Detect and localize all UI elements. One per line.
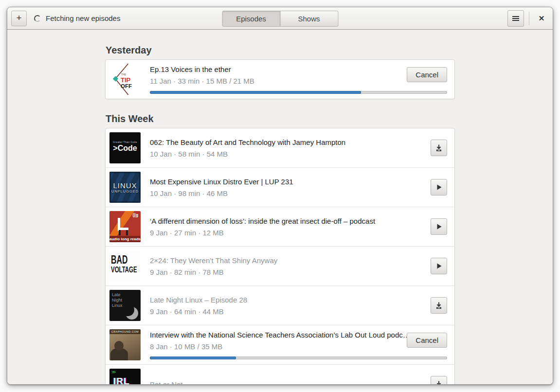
svg-text:TIP: TIP bbox=[121, 76, 131, 84]
guardian-roundel: ((g bbox=[133, 213, 139, 217]
play-icon bbox=[435, 183, 443, 191]
section-title-this-week: This Week bbox=[106, 113, 455, 125]
episode-title: Most Expensive Linux Distro Ever | LUP 2… bbox=[150, 178, 431, 186]
episode-row[interactable]: CRAPHOUND.COM Interview with the Nationa… bbox=[106, 325, 454, 364]
download-button[interactable] bbox=[431, 376, 447, 385]
svg-text:THE: THE bbox=[121, 73, 126, 76]
status-text: Fetching new episodes bbox=[46, 14, 120, 22]
episode-row[interactable]: Greater Than Code >Code ····· 062: The B… bbox=[106, 128, 454, 167]
cover-craphound: CRAPHOUND.COM bbox=[109, 329, 141, 360]
play-icon bbox=[435, 223, 443, 231]
download-button[interactable] bbox=[431, 140, 447, 156]
fetch-status: Fetching new episodes bbox=[34, 14, 120, 22]
download-button[interactable] bbox=[431, 297, 447, 314]
crescent-moon-glyph bbox=[126, 307, 138, 320]
download-icon bbox=[435, 302, 443, 309]
header-bar: + Fetching new episodes Episodes Shows ✕ bbox=[7, 7, 553, 30]
svg-text:OFF: OFF bbox=[121, 83, 132, 89]
download-progressbar bbox=[150, 356, 447, 359]
cover-linux-unplugged: LINUX UNPLUGGED bbox=[109, 172, 141, 203]
header-right: ✕ bbox=[507, 10, 549, 27]
episode-meta: 9 Jan · 64 min · 44 MB bbox=[150, 307, 431, 316]
silhouette-head bbox=[114, 341, 124, 351]
logo-text: Late bbox=[112, 292, 141, 298]
episode-row[interactable]: Late Night Linux Late Night Linux – Epis… bbox=[106, 285, 454, 325]
play-icon bbox=[435, 262, 443, 270]
this-week-card: Greater Than Code >Code ····· 062: The B… bbox=[105, 128, 455, 385]
episode-title: Ep.13 Voices in the ether bbox=[150, 65, 407, 73]
app-window: + Fetching new episodes Episodes Shows ✕… bbox=[7, 7, 553, 385]
episode-title: Late Night Linux – Episode 28 bbox=[150, 296, 431, 304]
download-icon bbox=[435, 144, 443, 152]
play-button[interactable] bbox=[431, 179, 447, 196]
episode-row[interactable]: BAD VOLTAGE 2×24: They Weren’t That Shin… bbox=[106, 246, 454, 285]
logo-text: UNPLUGGED bbox=[111, 189, 139, 194]
cover-bad-voltage: BAD VOLTAGE bbox=[109, 250, 141, 282]
logo-text: LINUX bbox=[113, 181, 137, 190]
logo-text: audio long reads bbox=[109, 236, 141, 242]
play-button[interactable] bbox=[431, 258, 447, 274]
add-podcast-button[interactable]: + bbox=[11, 11, 27, 26]
download-progressbar bbox=[150, 91, 447, 94]
episode-meta: 10 Jan · 98 min · 46 MB bbox=[150, 189, 431, 197]
episode-meta: 9 Jan · 27 min · 12 MB bbox=[150, 229, 431, 237]
tab-shows[interactable]: Shows bbox=[280, 11, 338, 27]
tab-episodes[interactable]: Episodes bbox=[222, 11, 280, 27]
cancel-button[interactable]: Cancel bbox=[407, 67, 447, 82]
hamburger-icon bbox=[512, 16, 519, 21]
plus-icon: + bbox=[16, 13, 21, 22]
download-progress-fill bbox=[150, 91, 361, 94]
cover-late-night-linux: Late Night Linux bbox=[109, 290, 141, 321]
header-divider bbox=[529, 12, 529, 25]
section-title-yesterday: Yesterday bbox=[106, 45, 455, 56]
play-button[interactable] bbox=[431, 218, 447, 235]
episode-meta: 11 Jan · 33 min · 15 MB / 21 MB bbox=[150, 77, 407, 85]
scroll-undershoot-indicator bbox=[7, 384, 553, 385]
close-button[interactable]: ✕ bbox=[534, 11, 549, 26]
episode-meta: 9 Jan · 82 min · 78 MB bbox=[150, 268, 431, 276]
yesterday-card: THE TIP OFF Ep.13 Voices in the ether 11… bbox=[105, 59, 455, 99]
logo-text: ≫ bbox=[111, 370, 141, 374]
logo-text: Night bbox=[112, 298, 141, 303]
view-switcher: Episodes Shows bbox=[222, 11, 338, 27]
logo-text: Greater Than Code bbox=[113, 141, 137, 143]
episode-title: 2×24: They Weren’t That Shiny Anyway bbox=[150, 256, 431, 265]
episode-title: Interview with the National Science Teac… bbox=[150, 331, 407, 339]
spinner-icon bbox=[34, 15, 41, 22]
logo-text: >Code bbox=[113, 144, 137, 153]
episode-row[interactable]: ≫ IRL Bot or Not bbox=[106, 364, 454, 385]
episode-meta: 10 Jan · 58 min · 54 MB bbox=[150, 150, 431, 158]
cancel-button[interactable]: Cancel bbox=[407, 333, 447, 348]
cover-greater-than-code: Greater Than Code >Code ····· bbox=[109, 132, 141, 163]
cover-audio-long-reads: ((g audio long reads bbox=[109, 211, 141, 242]
episodes-scroll-area[interactable]: Yesterday THE TIP OFF bbox=[7, 30, 553, 385]
download-progress-fill bbox=[150, 356, 236, 359]
logo-text: BAD bbox=[111, 254, 137, 265]
episode-row[interactable]: THE TIP OFF Ep.13 Voices in the ether 11… bbox=[106, 60, 454, 99]
menu-button[interactable] bbox=[507, 10, 524, 27]
cover-the-tip-off: THE TIP OFF bbox=[109, 64, 141, 95]
cover-irl: ≫ IRL bbox=[109, 369, 141, 385]
logo-text: VOLTAGE bbox=[111, 266, 137, 274]
logo-text: CRAPHOUND.COM bbox=[109, 329, 141, 334]
logo-text: IRL bbox=[113, 376, 141, 385]
episode-row[interactable]: ((g audio long reads ‘A different dimens… bbox=[106, 207, 454, 246]
episode-meta: 8 Jan · 10 MB / 35 MB bbox=[150, 342, 407, 351]
episode-title: ‘A different dimension of loss’: inside … bbox=[150, 217, 431, 225]
episode-title: 062: The Beauty of Art and Technology wi… bbox=[150, 138, 431, 146]
tip-off-logo: THE TIP OFF bbox=[109, 64, 141, 95]
episode-row[interactable]: LINUX UNPLUGGED Most Expensive Linux Dis… bbox=[106, 167, 454, 207]
